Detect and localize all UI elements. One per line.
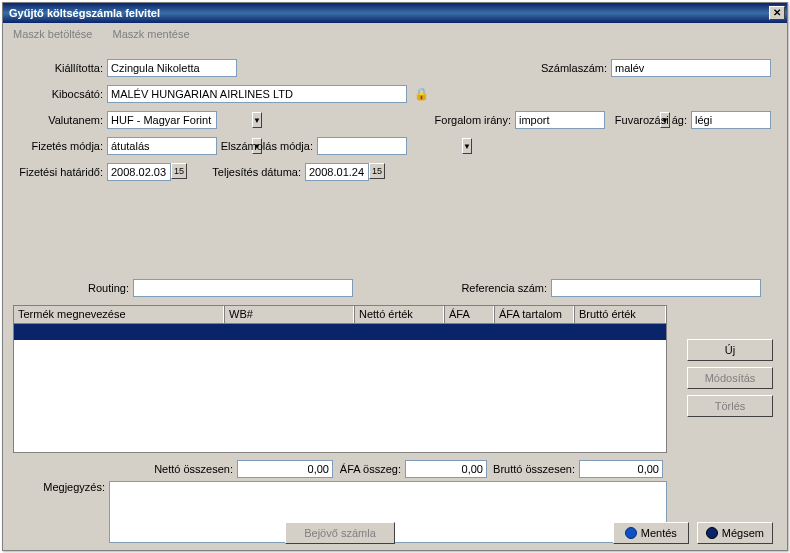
label-szamlaszam: Számlaszám: [521, 62, 611, 74]
field-brutto-osszesen [579, 460, 663, 478]
field-kiallitotta [107, 59, 237, 77]
chevron-down-icon[interactable]: ▼ [252, 112, 262, 128]
field-afa-osszeg [405, 460, 487, 478]
date-teljesites-datuma[interactable]: 15 [305, 163, 385, 181]
col-netto[interactable]: Nettó érték [354, 306, 444, 323]
cancel-icon [706, 527, 718, 539]
calendar-icon[interactable]: 15 [171, 163, 187, 179]
titlebar: Gyűjtő költségszámla felvitel ✕ [3, 3, 787, 23]
combo-elszamolas-modja[interactable]: ▼ [317, 137, 407, 155]
content: Kiállította: Számlaszám: Kibocsátó: 🔒 Va… [3, 45, 787, 550]
label-kiallitotta: Kiállította: [19, 62, 107, 74]
menu-load-mask[interactable]: Maszk betöltése [13, 28, 92, 40]
label-fizetesi-hatarido: Fizetési határidő: [19, 166, 107, 178]
combo-fuvarozasi-ag[interactable]: ▼ [691, 111, 771, 129]
grid[interactable]: Termék megnevezése WB# Nettó érték ÁFA Á… [13, 305, 667, 453]
window-title: Gyűjtő költségszámla felvitel [9, 7, 769, 19]
label-elszamolas-modja: Elszámolás módja: [217, 140, 317, 152]
field-referencia-szam[interactable] [551, 279, 761, 297]
btn-uj[interactable]: Új [687, 339, 773, 361]
btn-modositas: Módosítás [687, 367, 773, 389]
col-afa-tartalom[interactable]: ÁFA tartalom [494, 306, 574, 323]
field-valutanem[interactable] [108, 112, 252, 128]
combo-forgalom-irany[interactable]: ▼ [515, 111, 605, 129]
label-fizetes-modja: Fizetés módja: [19, 140, 107, 152]
combo-fizetes-modja[interactable]: ▼ [107, 137, 217, 155]
field-fizetesi-hatarido[interactable] [107, 163, 171, 181]
label-fuvarozasi-ag: Fuvarozási ág: [605, 114, 691, 126]
field-netto-osszesen [237, 460, 333, 478]
combo-valutanem[interactable]: ▼ [107, 111, 217, 129]
field-teljesites-datuma[interactable] [305, 163, 369, 181]
calendar-icon[interactable]: 15 [369, 163, 385, 179]
btn-bejovo-szamla: Bejövő számla [285, 522, 395, 544]
menubar: Maszk betöltése Maszk mentése [3, 23, 787, 45]
lock-icon: 🔒 [413, 86, 429, 102]
label-kibocsato: Kibocsátó: [19, 88, 107, 100]
grid-row-selected[interactable] [14, 324, 666, 340]
bottom-bar: Bejövő számla Mentés Mégsem [3, 516, 787, 550]
btn-mentes[interactable]: Mentés [613, 522, 689, 544]
col-brutto[interactable]: Bruttó érték [574, 306, 666, 323]
chevron-down-icon[interactable]: ▼ [462, 138, 472, 154]
col-afa[interactable]: ÁFA [444, 306, 494, 323]
label-referencia-szam: Referencia szám: [451, 282, 551, 294]
field-routing[interactable] [133, 279, 353, 297]
window: Gyűjtő költségszámla felvitel ✕ Maszk be… [2, 2, 788, 551]
label-netto-osszesen: Nettó összesen: [147, 463, 237, 475]
field-elszamolas-modja[interactable] [318, 138, 462, 154]
date-fizetesi-hatarido[interactable]: 15 [107, 163, 187, 181]
col-termek[interactable]: Termék megnevezése [14, 306, 224, 323]
totals-row: Nettó összesen: ÁFA összeg: Bruttó össze… [13, 458, 667, 480]
col-wb[interactable]: WB# [224, 306, 354, 323]
label-afa-osszeg: ÁFA összeg: [333, 463, 405, 475]
field-kibocsato[interactable] [107, 85, 407, 103]
grid-header: Termék megnevezése WB# Nettó érték ÁFA Á… [14, 306, 666, 324]
check-icon [625, 527, 637, 539]
btn-torles: Törlés [687, 395, 773, 417]
close-button[interactable]: ✕ [769, 6, 785, 20]
btn-megsem[interactable]: Mégsem [697, 522, 773, 544]
side-buttons: Új Módosítás Törlés [687, 339, 773, 417]
label-valutanem: Valutanem: [19, 114, 107, 126]
btn-megsem-label: Mégsem [722, 527, 764, 539]
label-forgalom-irany: Forgalom irány: [425, 114, 515, 126]
label-teljesites-datuma: Teljesítés dátuma: [187, 166, 305, 178]
label-routing: Routing: [19, 282, 133, 294]
grid-body[interactable] [14, 324, 666, 452]
btn-mentes-label: Mentés [641, 527, 677, 539]
field-fuvarozasi-ag[interactable] [692, 112, 790, 128]
field-szamlaszam[interactable] [611, 59, 771, 77]
close-icon: ✕ [773, 8, 781, 18]
label-brutto-osszesen: Bruttó összesen: [487, 463, 579, 475]
menu-save-mask[interactable]: Maszk mentése [112, 28, 189, 40]
